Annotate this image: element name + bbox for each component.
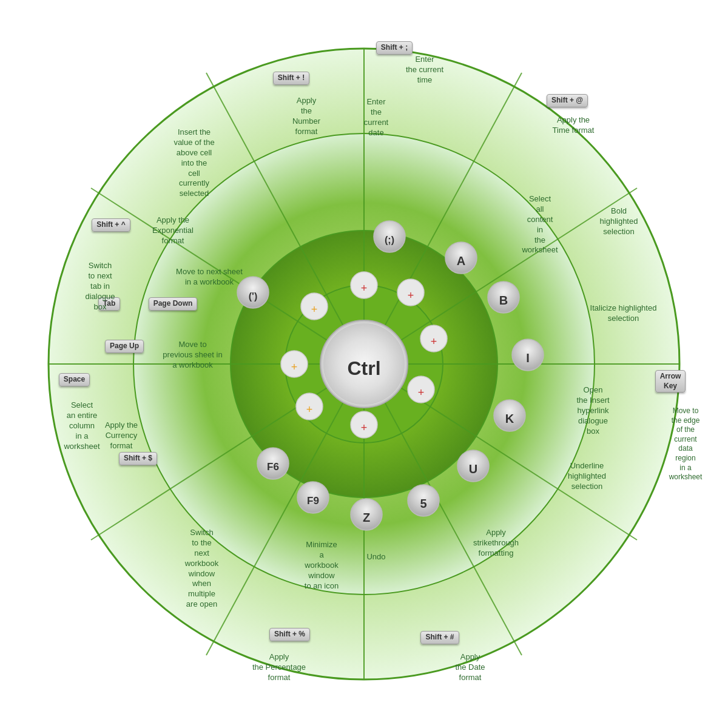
shortcut-pagedown-desc: Move to next sheetin a workbook (164, 267, 255, 288)
shortcut-shift-percent-desc: Applythe Percentageformat (228, 652, 331, 683)
shift-at-badge: Shift + @ (547, 94, 588, 107)
shortcut-space-key: Space (46, 373, 103, 386)
arrow-key-badge: ArrowKey (655, 370, 686, 393)
shortcut-pageup-desc: Move toprevious sheet ina workbook (143, 340, 243, 371)
shift-dollar-badge: Shift + $ (119, 452, 157, 465)
svg-text:Z: Z (363, 511, 370, 524)
shortcut-shift-exclaim-desc: ApplytheNumberformat (267, 96, 346, 137)
shortcut-space-desc: Selectan entirecolumnin aworksheet (42, 400, 121, 451)
shortcut-k-desc: Openthe Inserthyperlinkdialoguebox (549, 385, 637, 436)
pageup-badge: Page Up (105, 340, 144, 353)
svg-text:(;): (;) (385, 235, 394, 245)
svg-text:+: + (291, 361, 298, 373)
space-badge: Space (59, 373, 90, 386)
shortcut-b-desc: Boldhighlightedselection (564, 206, 673, 237)
shortcut-apostrophe-desc: Insert thevalue of theabove cellinto the… (127, 127, 261, 199)
svg-text:+: + (418, 386, 425, 399)
shortcut-arrowkey-desc: Move tothe edgeof thecurrentdataregionin… (643, 406, 728, 482)
shortcut-shift-semicolon-desc: Enterthe currenttime (385, 55, 464, 86)
shortcut-shift-percent-key: Shift + % (243, 628, 337, 641)
shortcut-pagedown-key: Page Down (136, 297, 209, 311)
shortcut-i-desc: Italicize highlightedselection (570, 303, 676, 324)
svg-text:Ctrl: Ctrl (347, 357, 380, 379)
svg-text:A: A (457, 254, 465, 268)
shortcut-shift-at-key: Shift + @ (516, 94, 619, 107)
shift-caret-badge: Shift + ^ (92, 218, 130, 232)
svg-text:U: U (469, 462, 477, 476)
shortcut-shift-exclaim-key: Shift + ! (249, 72, 334, 85)
shortcut-shift-hash-key: Shift + # (400, 631, 479, 644)
svg-text:+: + (408, 289, 414, 302)
svg-text:('): (') (249, 291, 257, 302)
shortcut-f6-desc: Switchto thenextworkbookwindowwhenmultip… (149, 528, 255, 610)
shortcut-shift-caret-desc: Apply theExponentialformat (130, 215, 215, 246)
svg-text:B: B (499, 294, 508, 307)
svg-text:+: + (361, 422, 368, 434)
shortcut-f9-desc: Minimizeaworkbookwindowto an icon (282, 540, 361, 591)
shortcut-shift-at-desc: Apply theTime format (528, 115, 619, 136)
wheel-container: Ctrl + + + + + + + + A B (30, 30, 698, 698)
shortcut-shift-dollar-key: Shift + $ (91, 452, 185, 465)
svg-text:+: + (311, 303, 318, 315)
shift-percent-badge: Shift + % (269, 628, 310, 641)
shortcut-tab-desc: Switchto nexttab indialoguebox (61, 261, 140, 312)
svg-text:F6: F6 (267, 461, 279, 473)
svg-text:5: 5 (420, 497, 426, 510)
svg-text:+: + (431, 335, 437, 348)
svg-text:+: + (306, 403, 313, 416)
shortcut-u-desc: Underlinehighlightedselection (537, 461, 637, 492)
shift-hash-badge: Shift + # (420, 631, 459, 644)
shortcut-shift-semicolon-key: Shift + ; (340, 41, 449, 55)
shift-semicolon-badge: Shift + ; (376, 41, 413, 55)
svg-text:K: K (505, 412, 514, 425)
shortcut-semicolon-desc: Enterthecurrentdate (340, 97, 413, 138)
shift-exclaim-badge: Shift + ! (273, 72, 309, 85)
svg-text:+: + (361, 282, 368, 294)
shortcut-arrowkey-key: ArrowKey (643, 370, 698, 393)
pagedown-badge: Page Down (149, 297, 198, 311)
svg-text:I: I (526, 351, 530, 365)
shortcut-shift-hash-desc: Applythe Dateformat (431, 652, 510, 683)
shortcut-5-desc: Applystrikethroughformatting (443, 528, 549, 559)
svg-text:F9: F9 (307, 495, 319, 507)
